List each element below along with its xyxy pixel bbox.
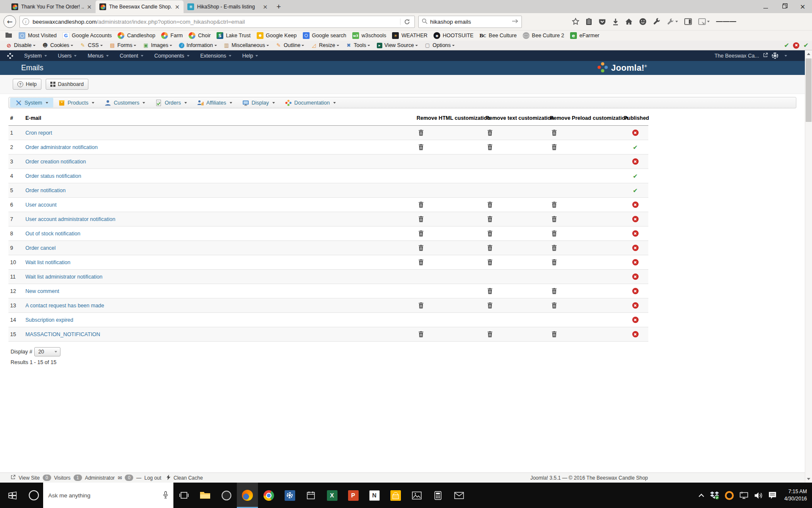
js-valid-icon[interactable]: ✔ <box>803 42 809 49</box>
action-center-icon[interactable] <box>768 491 776 499</box>
admin-menu-users[interactable]: Users <box>52 50 82 61</box>
calendar-taskbar-icon[interactable] <box>300 483 321 508</box>
hikashop-menu-products[interactable]: Products <box>53 98 99 108</box>
admin-menu-content[interactable]: Content <box>114 50 149 61</box>
remove-preload-trash-icon[interactable] <box>550 287 559 295</box>
hikashop-menu-display[interactable]: Display <box>237 98 280 108</box>
store-taskbar-icon[interactable] <box>385 483 406 508</box>
search-bar[interactable]: hikashop emails <box>418 16 522 28</box>
devbar-item-information[interactable]: iInformation <box>176 41 220 50</box>
devbar-item-tools[interactable]: ✖Tools <box>343 41 373 50</box>
remove-text-trash-icon[interactable] <box>486 301 494 309</box>
new-tab-button[interactable]: + <box>272 0 286 13</box>
remove-text-trash-icon[interactable] <box>486 330 494 338</box>
admin-gear-icon[interactable] <box>772 52 778 59</box>
published-check-icon[interactable]: ✔ <box>633 144 638 151</box>
unpublished-x-icon[interactable]: ✖ <box>632 288 639 294</box>
minimize-button[interactable] <box>756 0 775 13</box>
view-site-link[interactable]: View Site <box>19 475 40 481</box>
unpublished-x-icon[interactable]: ✖ <box>632 245 639 251</box>
powerpoint-taskbar-icon[interactable]: P <box>343 483 364 508</box>
admin-menu-components[interactable]: Components <box>149 50 195 61</box>
browser-tab[interactable]: The Beeswax Candle Shop... × <box>96 0 184 13</box>
info-circle-taskbar-icon[interactable] <box>216 483 237 508</box>
css-valid-icon[interactable]: ✔ <box>784 42 790 49</box>
remove-html-trash-icon[interactable] <box>417 229 425 237</box>
display-count-select[interactable]: 20 <box>34 347 60 356</box>
email-link[interactable]: A contact request has been made <box>25 303 104 309</box>
email-link[interactable]: Order cancel <box>25 245 56 251</box>
remove-preload-trash-icon[interactable] <box>550 244 559 252</box>
tab-close-icon[interactable]: × <box>175 4 180 10</box>
remove-text-trash-icon[interactable] <box>486 215 494 223</box>
clean-cache-link[interactable]: Clean Cache <box>173 475 203 481</box>
browser-scrollbar[interactable] <box>805 50 812 483</box>
bookmark-item[interactable]: eeFarmer <box>567 30 602 41</box>
devbar-item-forms[interactable]: ▤Forms <box>106 41 140 50</box>
bookmark-item[interactable]: Candleshop <box>115 30 158 41</box>
restore-button[interactable] <box>775 0 793 13</box>
remove-text-trash-icon[interactable] <box>486 287 494 295</box>
bookmark-item[interactable]: w3w3schools <box>349 30 389 41</box>
unpublished-x-icon[interactable]: ✖ <box>632 302 639 309</box>
devbar-item-css[interactable]: ✎CSS <box>77 41 106 50</box>
remove-html-trash-icon[interactable] <box>417 215 425 223</box>
email-link[interactable]: Wait list administrator notification <box>25 274 102 280</box>
search-go-icon[interactable] <box>512 19 518 25</box>
calculator-taskbar-icon[interactable] <box>427 483 448 508</box>
settings-taskbar-icon[interactable] <box>279 483 300 508</box>
devbar-item-miscellaneous[interactable]: ▥Miscellaneous <box>220 41 272 50</box>
validation-error-icon[interactable]: ✖ <box>793 42 799 49</box>
published-check-icon[interactable]: ✔ <box>633 173 638 179</box>
dropbox-icon[interactable] <box>710 491 719 500</box>
developer-wrench-icon[interactable] <box>653 18 661 25</box>
email-link[interactable]: Order notification <box>25 188 66 193</box>
admin-gear-caret-icon[interactable] <box>785 55 787 57</box>
remove-preload-trash-icon[interactable] <box>550 229 559 237</box>
scroll-up-icon[interactable] <box>805 50 812 58</box>
window-menu-icon[interactable] <box>698 18 710 25</box>
remove-html-trash-icon[interactable] <box>417 258 425 266</box>
task-view-taskbar-icon[interactable] <box>173 483 195 508</box>
orange-app-icon[interactable] <box>725 491 734 500</box>
reload-icon[interactable] <box>400 19 412 25</box>
bookmark-item[interactable]: Choir <box>186 30 214 41</box>
external-link-icon[interactable] <box>763 52 768 59</box>
remove-html-trash-icon[interactable] <box>417 301 425 309</box>
view-site-icon[interactable] <box>11 475 16 481</box>
unpublished-x-icon[interactable]: ✖ <box>632 130 639 136</box>
email-link[interactable]: Order status notification <box>25 173 81 179</box>
admin-menu-help[interactable]: Help <box>237 50 264 61</box>
home-icon[interactable] <box>625 18 633 25</box>
email-link[interactable]: Out of stock notification <box>25 231 80 237</box>
admin-menu-extensions[interactable]: Extensions <box>195 50 237 61</box>
microphone-icon[interactable] <box>163 491 168 500</box>
remove-text-trash-icon[interactable] <box>486 201 494 209</box>
email-link[interactable]: User account administrator notification <box>25 216 115 222</box>
taskbar-search-box[interactable]: Ask me anything <box>43 483 173 508</box>
email-link[interactable]: Cron report <box>25 130 52 136</box>
tools-menu-icon[interactable] <box>667 18 678 25</box>
excel-taskbar-icon[interactable]: X <box>321 483 343 508</box>
remove-html-trash-icon[interactable] <box>417 330 425 338</box>
sidebar-toggle-icon[interactable] <box>684 18 692 25</box>
devbar-item-disable[interactable]: ⊘Disable <box>3 41 39 50</box>
hikashop-menu-system[interactable]: System <box>10 98 53 108</box>
bookmark-item[interactable]: BCBee Culture <box>477 30 520 41</box>
bookmark-item[interactable]: ☀WEATHER <box>389 30 431 41</box>
email-link[interactable]: New comment <box>25 288 59 294</box>
pocket-icon[interactable] <box>598 18 606 25</box>
downloads-icon[interactable] <box>612 18 619 25</box>
unpublished-x-icon[interactable]: ✖ <box>632 230 639 237</box>
bookmark-item[interactable]: Most Visited <box>16 30 60 41</box>
site-info-icon[interactable]: i <box>22 18 29 25</box>
back-button[interactable]: ← <box>3 15 16 28</box>
onenote-taskbar-icon[interactable]: N <box>364 483 385 508</box>
bookmarks-folder-icon[interactable] <box>5 32 12 39</box>
unpublished-x-icon[interactable]: ✖ <box>632 158 639 165</box>
tray-expand-icon[interactable] <box>700 494 704 497</box>
taskbar-clock[interactable]: 7:15 AM 4/30/2016 <box>785 488 807 503</box>
remove-text-trash-icon[interactable] <box>486 244 494 252</box>
admin-menu-menus[interactable]: Menus <box>82 50 114 61</box>
bookmark-item[interactable]: Google search <box>300 30 349 41</box>
